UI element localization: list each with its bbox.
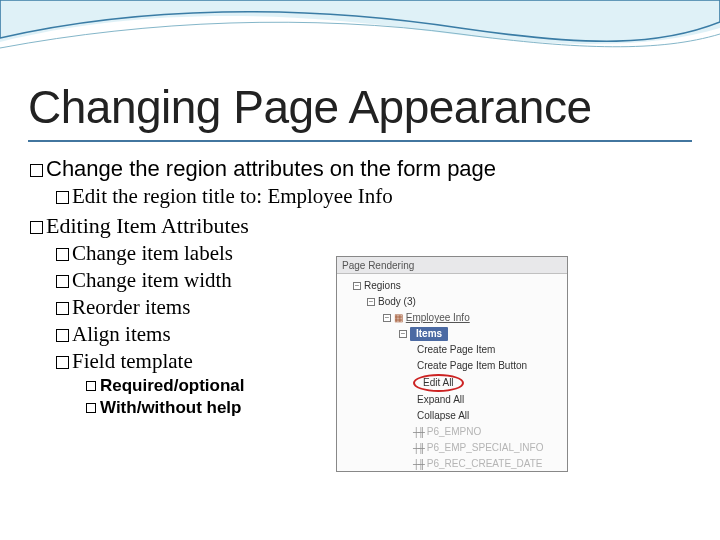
tree: −Regions −Body (3) −▦ Employee Info −Ite… [337, 274, 567, 472]
bullet-text: Required/optional [100, 376, 245, 395]
field-icon: ┼╫ [413, 456, 424, 472]
bullet-text: Change item width [72, 268, 232, 292]
bullet-text: Change the region attributes on the form… [46, 156, 496, 181]
bullet-l2: Edit the region title to: Employee Info [56, 184, 690, 209]
bullet-icon [56, 302, 69, 315]
field-item[interactable]: ┼╫P6_EMPNO [343, 424, 561, 440]
bullet-l1: Change the region attributes on the form… [30, 156, 690, 182]
collapse-icon[interactable]: − [353, 282, 361, 290]
field-icon: ┼╫ [413, 440, 424, 456]
bullet-text: Editing Item Attributes [46, 213, 249, 238]
bullet-text: Align items [72, 322, 171, 346]
bullet-text: Change item labels [72, 241, 233, 265]
wave-decoration [0, 0, 720, 78]
menu-edit-all[interactable]: Edit All [343, 374, 561, 392]
panel-header: Page Rendering [337, 257, 567, 274]
bullet-icon [56, 275, 69, 288]
field-icon: ┼╫ [413, 424, 424, 440]
tree-node-employee-info[interactable]: −▦ Employee Info [343, 310, 561, 326]
slide-title: Changing Page Appearance [28, 80, 591, 134]
bullet-icon [56, 191, 69, 204]
bullet-icon [56, 248, 69, 261]
bullet-icon [56, 356, 69, 369]
tree-node-body[interactable]: −Body (3) [343, 294, 561, 310]
menu-create-item[interactable]: Create Page Item [343, 342, 561, 358]
bullet-icon [30, 164, 43, 177]
bullet-icon [86, 381, 96, 391]
bullet-text: Field template [72, 349, 193, 373]
menu-create-button[interactable]: Create Page Item Button [343, 358, 561, 374]
bullet-icon [86, 403, 96, 413]
embedded-screenshot: Page Rendering −Regions −Body (3) −▦ Emp… [336, 256, 568, 472]
collapse-icon[interactable]: − [383, 314, 391, 322]
highlight-circle: Edit All [413, 374, 464, 392]
field-item[interactable]: ┼╫P6_REC_CREATE_DATE [343, 456, 561, 472]
title-underline [28, 140, 692, 142]
bullet-text: With/without help [100, 398, 241, 417]
menu-collapse-all[interactable]: Collapse All [343, 408, 561, 424]
menu-expand-all[interactable]: Expand All [343, 392, 561, 408]
bullet-text: Reorder items [72, 295, 190, 319]
items-badge: Items [410, 327, 448, 341]
tree-link[interactable]: Employee Info [406, 312, 470, 323]
slide: Changing Page Appearance Change the regi… [0, 0, 720, 540]
bullet-icon [56, 329, 69, 342]
bullet-icon [30, 221, 43, 234]
tree-node-regions[interactable]: −Regions [343, 278, 561, 294]
bullet-text: Edit the region title to: Employee Info [72, 184, 393, 208]
tree-label: Regions [364, 280, 401, 291]
bullet-l1: Editing Item Attributes [30, 213, 690, 239]
tree-label: Body (3) [378, 296, 416, 307]
field-item[interactable]: ┼╫P6_EMP_SPECIAL_INFO [343, 440, 561, 456]
collapse-icon[interactable]: − [399, 330, 407, 338]
tree-node-items[interactable]: −Items [343, 326, 561, 342]
collapse-icon[interactable]: − [367, 298, 375, 306]
